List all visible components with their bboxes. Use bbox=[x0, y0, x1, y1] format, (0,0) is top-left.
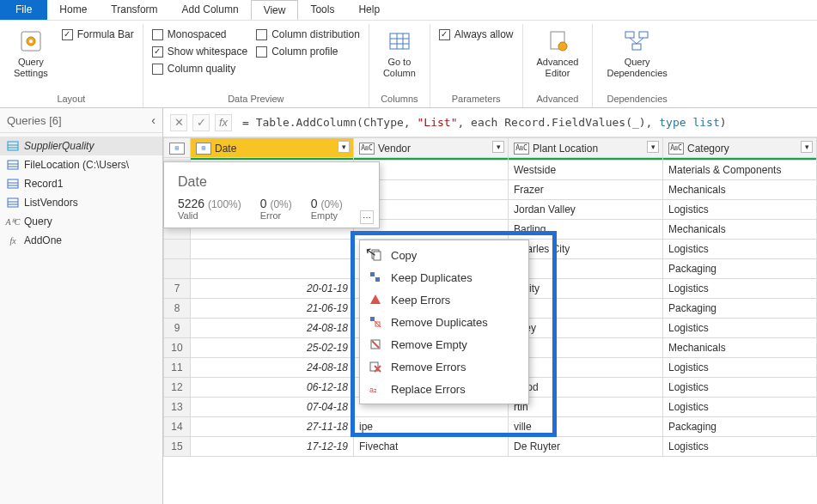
show-whitespace-checkbox[interactable]: Show whitespace bbox=[152, 43, 247, 60]
data-cell[interactable]: Jordan Valley bbox=[509, 200, 663, 220]
data-cell[interactable]: De Ruyter bbox=[509, 437, 663, 457]
monospaced-checkbox[interactable]: Monospaced bbox=[152, 26, 247, 43]
data-cell[interactable]: 17-12-19 bbox=[191, 437, 354, 457]
data-cell[interactable] bbox=[191, 259, 354, 279]
filter-dropdown-button[interactable]: ▾ bbox=[338, 141, 350, 153]
query-dependencies-button[interactable]: Query Dependencies bbox=[601, 26, 672, 81]
data-cell[interactable]: 24-08-18 bbox=[191, 358, 354, 378]
row-number-cell[interactable]: 13 bbox=[164, 398, 191, 417]
query-settings-button[interactable]: Query Settings bbox=[9, 26, 53, 81]
column-header[interactable]: ABCCategory▾ bbox=[663, 138, 817, 158]
row-number-cell[interactable] bbox=[164, 240, 191, 259]
data-cell[interactable]: 21-06-19 bbox=[191, 299, 354, 319]
data-cell[interactable] bbox=[191, 240, 354, 259]
formula-bar-label: Formula Bar bbox=[77, 28, 134, 40]
query-item[interactable]: fxAddOne bbox=[0, 231, 162, 250]
menu-view[interactable]: View bbox=[251, 0, 299, 20]
remdup-icon bbox=[369, 315, 382, 329]
filter-dropdown-button[interactable]: ▾ bbox=[647, 141, 659, 153]
filter-dropdown-button[interactable]: ▾ bbox=[492, 141, 504, 153]
data-cell[interactable]: 20-01-19 bbox=[191, 279, 354, 299]
data-cell[interactable]: Logistics bbox=[663, 279, 817, 299]
data-cell[interactable]: Logistics bbox=[663, 378, 817, 398]
goto-column-button[interactable]: Go to Column bbox=[378, 26, 421, 81]
accept-formula-button[interactable]: ✓ bbox=[192, 114, 210, 131]
row-number-cell[interactable]: 12 bbox=[164, 378, 191, 398]
stat-pct: (0%) bbox=[320, 198, 342, 210]
data-cell[interactable]: 25-02-19 bbox=[191, 338, 354, 358]
formula-input[interactable]: = Table.AddColumn(ChType, "List", each R… bbox=[237, 113, 810, 131]
menu-transform[interactable]: Transform bbox=[99, 0, 169, 20]
menu-add-column[interactable]: Add Column bbox=[170, 0, 251, 20]
query-item[interactable]: ListVendors bbox=[0, 193, 162, 212]
menu-help[interactable]: Help bbox=[346, 0, 392, 20]
row-number-cell[interactable]: 8 bbox=[164, 299, 191, 319]
row-number-cell[interactable]: 9 bbox=[164, 319, 191, 338]
data-cell[interactable]: Mechanicals bbox=[663, 220, 817, 240]
corner-header[interactable]: ⊞ bbox=[164, 138, 191, 158]
query-item[interactable]: FileLocation (C:\Users\ bbox=[0, 155, 162, 174]
tooltip-ellipsis-button[interactable]: ⋯ bbox=[360, 210, 374, 224]
data-cell[interactable]: 27-11-18 bbox=[191, 417, 354, 437]
menu-tools[interactable]: Tools bbox=[298, 0, 346, 20]
row-number-cell[interactable]: 14 bbox=[164, 417, 191, 437]
data-cell[interactable]: Packaging bbox=[663, 299, 817, 319]
keepdup-icon bbox=[369, 270, 382, 284]
context-menu-item[interactable]: Copy bbox=[360, 244, 528, 266]
column-distribution-checkbox[interactable]: Column distribution bbox=[256, 26, 360, 43]
data-cell[interactable]: Fivechat bbox=[354, 437, 509, 457]
formula-bar-checkbox[interactable]: Formula Bar bbox=[62, 26, 134, 43]
column-quality-checkbox[interactable]: Column quality bbox=[152, 60, 247, 77]
context-menu-item[interactable]: Remove Empty bbox=[360, 333, 528, 355]
column-profile-checkbox[interactable]: Column profile bbox=[256, 43, 360, 60]
column-header[interactable]: ABCVendor▾ bbox=[354, 138, 509, 158]
row-number-cell[interactable]: 15 bbox=[164, 437, 191, 457]
column-header[interactable]: ABCPlant Location▾ bbox=[509, 138, 663, 158]
data-cell[interactable]: Packaging bbox=[663, 417, 817, 437]
data-cell[interactable]: Materials & Components bbox=[663, 161, 817, 180]
query-item-label: FileLocation (C:\Users\ bbox=[24, 159, 129, 171]
query-item[interactable]: SupplierQuality bbox=[0, 137, 162, 155]
context-menu-item[interactable]: Remove Errors bbox=[360, 355, 528, 378]
checkbox-icon bbox=[152, 64, 163, 75]
context-menu-item[interactable]: Remove Duplicates bbox=[360, 311, 528, 333]
advanced-editor-button[interactable]: Advanced Editor bbox=[532, 26, 584, 81]
menu-home[interactable]: Home bbox=[47, 0, 99, 20]
data-cell[interactable]: Logistics bbox=[663, 398, 817, 417]
query-item[interactable]: AᴮCQuery bbox=[0, 212, 162, 231]
menu-file[interactable]: File bbox=[0, 0, 47, 20]
data-cell[interactable]: Packaging bbox=[663, 259, 817, 279]
data-cell[interactable]: Mechanicals bbox=[663, 338, 817, 358]
data-cell[interactable]: Mechanicals bbox=[663, 180, 817, 200]
data-cell[interactable]: 07-04-18 bbox=[191, 398, 354, 417]
column-header-label: Plant Location bbox=[533, 143, 598, 155]
data-cell[interactable]: Logistics bbox=[663, 200, 817, 220]
data-cell[interactable]: Frazer bbox=[509, 180, 663, 200]
data-cell[interactable]: 24-08-18 bbox=[191, 319, 354, 338]
data-cell[interactable]: Westside bbox=[509, 161, 663, 180]
data-cell[interactable]: Logistics bbox=[663, 358, 817, 378]
query-item[interactable]: Record1 bbox=[0, 174, 162, 193]
row-number-cell[interactable]: 7 bbox=[164, 279, 191, 299]
cbx-label: Column distribution bbox=[271, 28, 360, 40]
context-menu-item[interactable]: Keep Duplicates bbox=[360, 266, 528, 288]
data-cell[interactable]: 06-12-18 bbox=[191, 378, 354, 398]
column-header[interactable]: ⊞Date▾ bbox=[191, 138, 354, 158]
table-row[interactable]: 1517-12-19FivechatDe RuyterLogistics bbox=[164, 437, 817, 457]
data-cell[interactable]: Logistics bbox=[663, 319, 817, 338]
queries-header[interactable]: Queries [6] ‹ bbox=[0, 108, 162, 133]
row-number-cell[interactable]: 11 bbox=[164, 358, 191, 378]
ribbon: Query Settings Formula Bar Layout Monosp… bbox=[0, 21, 817, 108]
context-menu-item[interactable]: a₂Replace Errors bbox=[360, 378, 528, 400]
stat-label: Error bbox=[260, 210, 292, 221]
row-number-cell[interactable]: 10 bbox=[164, 338, 191, 358]
data-cell[interactable]: Logistics bbox=[663, 437, 817, 457]
data-cell[interactable]: Logistics bbox=[663, 240, 817, 259]
context-menu-item[interactable]: Keep Errors bbox=[360, 288, 528, 311]
filter-dropdown-button[interactable]: ▾ bbox=[801, 141, 813, 153]
row-number-cell[interactable] bbox=[164, 259, 191, 279]
fx-button[interactable]: fx bbox=[215, 114, 232, 131]
cancel-formula-button[interactable]: ✕ bbox=[170, 114, 187, 131]
always-allow-checkbox[interactable]: Always allow bbox=[439, 26, 514, 43]
collapse-chevron-icon[interactable]: ‹ bbox=[151, 113, 155, 127]
